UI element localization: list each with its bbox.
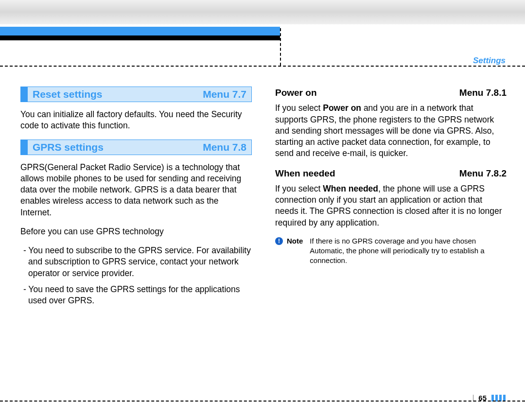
heading-menu-ref: Menu 7.8 (203, 140, 246, 154)
gprs-bullet-list: - You need to subscribe to the GPRS serv… (20, 245, 252, 306)
vertical-dashed-rule (280, 28, 281, 66)
list-item: - You need to save the GPRS settings for… (20, 284, 252, 307)
subhead-title: Power on (275, 87, 317, 99)
left-column: Reset settings Menu 7.7 You can initiali… (20, 87, 252, 311)
heading-menu-ref: Menu 7.7 (203, 88, 246, 101)
text: If you select (275, 103, 323, 113)
header-black-bar (0, 35, 280, 40)
note-label: Note (287, 236, 303, 266)
when-needed-body: If you select When needed, the phone wil… (275, 183, 507, 228)
header-grey-bar (0, 0, 525, 24)
subhead-menu-ref: Menu 7.8.1 (459, 87, 507, 99)
page-body: Reset settings Menu 7.7 You can initiali… (20, 87, 507, 311)
heading-accent (21, 87, 28, 102)
when-needed-subhead: When needed Menu 7.8.2 (275, 167, 507, 179)
heading-body: Reset settings Menu 7.7 (28, 87, 251, 102)
heading-title: Reset settings (33, 88, 103, 101)
gprs-intro: GPRS(General Packet Radio Service) is a … (20, 162, 252, 218)
info-icon: ! (275, 237, 283, 245)
text: If you select (275, 184, 323, 193)
heading-accent (21, 140, 28, 155)
subhead-menu-ref: Menu 7.8.2 (459, 167, 507, 179)
note-row: ! Note If there is no GPRS coverage and … (275, 236, 507, 266)
reset-settings-heading: Reset settings Menu 7.7 (20, 87, 252, 102)
bold-term: Power on (323, 103, 361, 113)
gprs-before: Before you can use GPRS technology (20, 226, 252, 237)
bold-term: When needed (323, 184, 378, 193)
power-on-body: If you select Power on and you are in a … (275, 103, 507, 159)
top-dashed-rule (0, 66, 525, 67)
section-label: Settings (473, 56, 506, 66)
reset-settings-body: You can initialize all factory defaults.… (20, 109, 252, 132)
heading-body: GPRS settings Menu 7.8 (28, 140, 251, 155)
list-item: - You need to subscribe to the GPRS serv… (20, 245, 252, 279)
gprs-settings-heading: GPRS settings Menu 7.8 (20, 140, 252, 155)
header-blue-bar (0, 27, 280, 35)
note-body: If there is no GPRS coverage and you hav… (310, 236, 507, 266)
power-on-subhead: Power on Menu 7.8.1 (275, 87, 507, 99)
heading-title: GPRS settings (33, 140, 104, 154)
right-column: Power on Menu 7.8.1 If you select Power … (275, 87, 507, 311)
bottom-dashed-rule (0, 401, 525, 402)
subhead-title: When needed (275, 167, 335, 179)
